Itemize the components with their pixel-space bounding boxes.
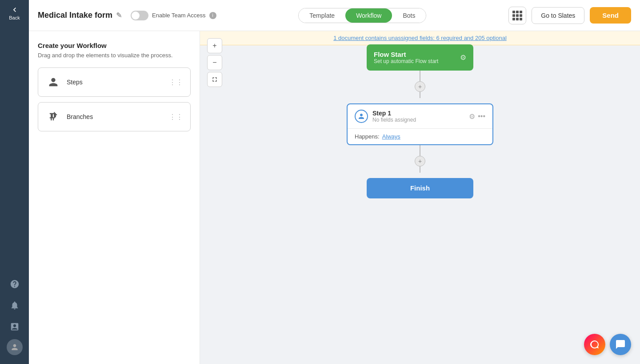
send-button[interactable]: Send [590,7,631,24]
left-panel-description: Drag and drop the elements to visualize … [38,52,191,59]
left-panel: Create your Workflow Drag and drop the e… [29,31,200,364]
add-node-button-1[interactable]: + [415,81,425,92]
connector-1: + [415,71,425,98]
steps-drag-handle[interactable]: ⋮⋮ [169,78,183,87]
steps-label: Steps [67,79,83,86]
connector-2: + [415,145,425,173]
back-button[interactable]: Back [9,5,20,20]
sidebar: Back [0,0,29,364]
sidebar-user-avatar[interactable] [7,339,23,355]
tab-template[interactable]: Template [299,8,345,23]
branches-card[interactable]: Branches ⋮⋮ [38,102,191,131]
step1-footer: Happens: Always [348,129,492,144]
step1-node[interactable]: Step 1 No fields assigned ⚙ ••• Happens:… [347,103,493,145]
step1-left: Step 1 No fields assigned [355,110,416,123]
v-line-2b [420,166,420,173]
grid-icon [512,11,522,20]
help-chat-button[interactable] [584,334,605,355]
team-access-toggle-area: Enable Team Access i [131,11,216,20]
tab-bots[interactable]: Bots [392,8,426,23]
grid-view-button[interactable] [508,7,526,24]
topbar: Medical Intake form ✎ Enable Team Access… [29,0,640,31]
page-title-area: Medical Intake form ✎ [38,11,122,20]
flow-start-subtitle: Set up automatic Flow start [374,58,438,64]
branches-label: Branches [67,113,93,120]
step1-settings-icon[interactable]: ⚙ [469,112,475,121]
tab-workflow[interactable]: Workflow [345,8,392,23]
sidebar-item-notifications[interactable] [6,297,24,314]
zoom-out-button[interactable]: − [207,55,222,70]
flow-start-node[interactable]: Flow Start Set up automatic Flow start ⚙ [367,44,473,71]
branches-card-left: Branches [45,109,93,125]
v-line-2 [420,145,420,156]
steps-card-left: Steps [45,74,83,90]
v-line-1b [420,92,420,98]
step1-info: Step 1 No fields assigned [372,110,416,123]
step1-subtitle: No fields assigned [372,117,416,123]
happens-label: Happens: [355,133,380,140]
step1-header: Step 1 No fields assigned ⚙ ••• [348,104,492,129]
finish-label: Finish [410,184,430,192]
flow-start-title: Flow Start [374,51,438,58]
back-label: Back [9,15,20,20]
fullscreen-button[interactable] [207,72,222,87]
flow-start-content: Flow Start Set up automatic Flow start [374,51,438,64]
info-icon[interactable]: i [209,12,216,19]
add-node-button-2[interactable]: + [415,156,425,166]
topbar-right: Go to Slates Send [508,7,631,24]
step1-title: Step 1 [372,110,416,117]
canvas-tools: + − [207,38,222,87]
page-title: Medical Intake form [38,11,112,20]
team-access-toggle[interactable] [131,11,148,20]
zoom-in-button[interactable]: + [207,38,222,53]
chat-button[interactable] [610,334,631,355]
tab-group: Template Workflow Bots [298,8,426,23]
branches-drag-handle[interactable]: ⋮⋮ [169,113,183,121]
sidebar-item-help[interactable] [6,275,24,293]
main-content: Medical Intake form ✎ Enable Team Access… [29,0,640,364]
steps-icon [45,74,61,90]
workflow-canvas: 1 document contains unassigned fields: 6… [200,31,640,364]
step1-more-icon[interactable]: ••• [478,112,485,120]
steps-card[interactable]: Steps ⋮⋮ [38,67,191,97]
sidebar-item-reports[interactable] [6,318,24,336]
flow-start-settings-icon[interactable]: ⚙ [460,53,466,62]
finish-node[interactable]: Finish [367,178,473,198]
toggle-label: Enable Team Access [152,12,205,19]
edit-title-icon[interactable]: ✎ [116,11,122,20]
goto-slates-button[interactable]: Go to Slates [532,7,584,24]
v-line-1 [420,71,420,81]
always-link[interactable]: Always [382,133,400,140]
step1-actions: ⚙ ••• [469,112,485,121]
step1-avatar [355,110,368,123]
branches-icon [45,109,61,125]
floating-buttons [584,334,631,355]
workflow-area: Flow Start Set up automatic Flow start ⚙… [200,31,640,364]
tab-group-area: Template Workflow Bots [216,8,509,23]
content-area: Create your Workflow Drag and drop the e… [29,31,640,364]
left-panel-heading: Create your Workflow [38,42,191,49]
